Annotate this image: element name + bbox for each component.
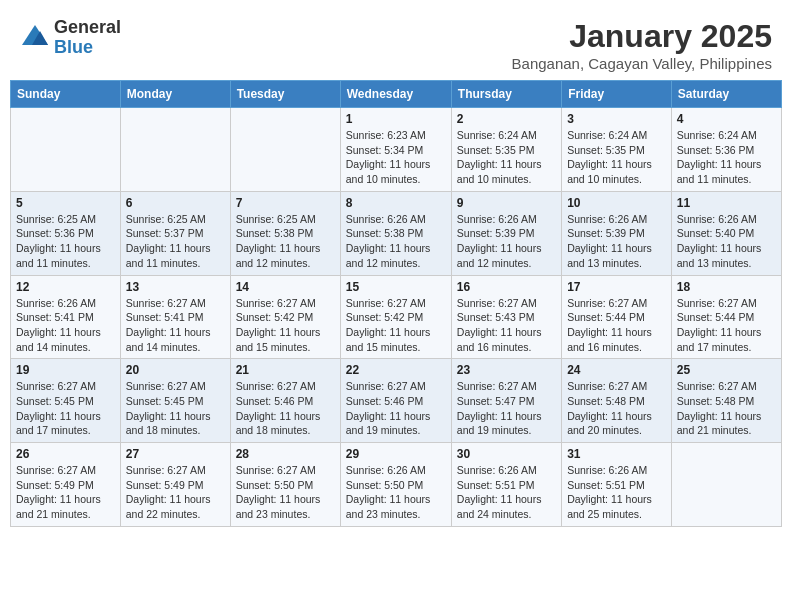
day-info: Sunrise: 6:27 AM Sunset: 5:41 PM Dayligh…: [126, 296, 225, 355]
calendar-cell: 2Sunrise: 6:24 AM Sunset: 5:35 PM Daylig…: [451, 108, 561, 192]
day-number: 3: [567, 112, 666, 126]
logo-blue-text: Blue: [54, 38, 121, 58]
day-number: 27: [126, 447, 225, 461]
day-number: 7: [236, 196, 335, 210]
day-number: 21: [236, 363, 335, 377]
page-header: General Blue January 2025 Banganan, Caga…: [10, 10, 782, 76]
day-info: Sunrise: 6:26 AM Sunset: 5:51 PM Dayligh…: [567, 463, 666, 522]
calendar-cell: 14Sunrise: 6:27 AM Sunset: 5:42 PM Dayli…: [230, 275, 340, 359]
day-number: 30: [457, 447, 556, 461]
day-number: 29: [346, 447, 446, 461]
day-info: Sunrise: 6:27 AM Sunset: 5:50 PM Dayligh…: [236, 463, 335, 522]
day-number: 12: [16, 280, 115, 294]
calendar-cell: 5Sunrise: 6:25 AM Sunset: 5:36 PM Daylig…: [11, 191, 121, 275]
day-number: 23: [457, 363, 556, 377]
day-number: 25: [677, 363, 776, 377]
calendar-cell: 11Sunrise: 6:26 AM Sunset: 5:40 PM Dayli…: [671, 191, 781, 275]
calendar-cell: [230, 108, 340, 192]
calendar-cell: [120, 108, 230, 192]
day-info: Sunrise: 6:26 AM Sunset: 5:39 PM Dayligh…: [567, 212, 666, 271]
day-info: Sunrise: 6:27 AM Sunset: 5:44 PM Dayligh…: [567, 296, 666, 355]
day-number: 26: [16, 447, 115, 461]
calendar-cell: 27Sunrise: 6:27 AM Sunset: 5:49 PM Dayli…: [120, 443, 230, 527]
calendar-table: SundayMondayTuesdayWednesdayThursdayFrid…: [10, 80, 782, 527]
day-info: Sunrise: 6:26 AM Sunset: 5:40 PM Dayligh…: [677, 212, 776, 271]
calendar-header-friday: Friday: [562, 81, 672, 108]
day-info: Sunrise: 6:27 AM Sunset: 5:49 PM Dayligh…: [16, 463, 115, 522]
calendar-cell: [11, 108, 121, 192]
calendar-header-saturday: Saturday: [671, 81, 781, 108]
day-number: 19: [16, 363, 115, 377]
day-info: Sunrise: 6:27 AM Sunset: 5:43 PM Dayligh…: [457, 296, 556, 355]
day-info: Sunrise: 6:26 AM Sunset: 5:51 PM Dayligh…: [457, 463, 556, 522]
calendar-header-tuesday: Tuesday: [230, 81, 340, 108]
calendar-cell: 10Sunrise: 6:26 AM Sunset: 5:39 PM Dayli…: [562, 191, 672, 275]
calendar-header-row: SundayMondayTuesdayWednesdayThursdayFrid…: [11, 81, 782, 108]
calendar-cell: 28Sunrise: 6:27 AM Sunset: 5:50 PM Dayli…: [230, 443, 340, 527]
calendar-week-row: 12Sunrise: 6:26 AM Sunset: 5:41 PM Dayli…: [11, 275, 782, 359]
day-number: 28: [236, 447, 335, 461]
title-block: January 2025 Banganan, Cagayan Valley, P…: [512, 18, 772, 72]
calendar-week-row: 26Sunrise: 6:27 AM Sunset: 5:49 PM Dayli…: [11, 443, 782, 527]
day-info: Sunrise: 6:26 AM Sunset: 5:50 PM Dayligh…: [346, 463, 446, 522]
day-number: 15: [346, 280, 446, 294]
calendar-cell: [671, 443, 781, 527]
day-info: Sunrise: 6:25 AM Sunset: 5:38 PM Dayligh…: [236, 212, 335, 271]
day-info: Sunrise: 6:27 AM Sunset: 5:45 PM Dayligh…: [126, 379, 225, 438]
day-number: 18: [677, 280, 776, 294]
calendar-cell: 9Sunrise: 6:26 AM Sunset: 5:39 PM Daylig…: [451, 191, 561, 275]
day-number: 16: [457, 280, 556, 294]
day-info: Sunrise: 6:23 AM Sunset: 5:34 PM Dayligh…: [346, 128, 446, 187]
day-info: Sunrise: 6:26 AM Sunset: 5:38 PM Dayligh…: [346, 212, 446, 271]
day-info: Sunrise: 6:27 AM Sunset: 5:48 PM Dayligh…: [677, 379, 776, 438]
calendar-cell: 25Sunrise: 6:27 AM Sunset: 5:48 PM Dayli…: [671, 359, 781, 443]
calendar-cell: 8Sunrise: 6:26 AM Sunset: 5:38 PM Daylig…: [340, 191, 451, 275]
calendar-cell: 18Sunrise: 6:27 AM Sunset: 5:44 PM Dayli…: [671, 275, 781, 359]
day-number: 9: [457, 196, 556, 210]
calendar-cell: 17Sunrise: 6:27 AM Sunset: 5:44 PM Dayli…: [562, 275, 672, 359]
day-number: 8: [346, 196, 446, 210]
calendar-cell: 7Sunrise: 6:25 AM Sunset: 5:38 PM Daylig…: [230, 191, 340, 275]
logo-text: General Blue: [54, 18, 121, 58]
day-number: 13: [126, 280, 225, 294]
day-number: 24: [567, 363, 666, 377]
day-info: Sunrise: 6:25 AM Sunset: 5:36 PM Dayligh…: [16, 212, 115, 271]
day-info: Sunrise: 6:25 AM Sunset: 5:37 PM Dayligh…: [126, 212, 225, 271]
day-info: Sunrise: 6:27 AM Sunset: 5:46 PM Dayligh…: [236, 379, 335, 438]
day-info: Sunrise: 6:27 AM Sunset: 5:48 PM Dayligh…: [567, 379, 666, 438]
day-info: Sunrise: 6:24 AM Sunset: 5:36 PM Dayligh…: [677, 128, 776, 187]
month-title: January 2025: [512, 18, 772, 55]
day-info: Sunrise: 6:26 AM Sunset: 5:39 PM Dayligh…: [457, 212, 556, 271]
calendar-week-row: 19Sunrise: 6:27 AM Sunset: 5:45 PM Dayli…: [11, 359, 782, 443]
day-info: Sunrise: 6:24 AM Sunset: 5:35 PM Dayligh…: [457, 128, 556, 187]
day-info: Sunrise: 6:27 AM Sunset: 5:49 PM Dayligh…: [126, 463, 225, 522]
day-number: 17: [567, 280, 666, 294]
calendar-cell: 22Sunrise: 6:27 AM Sunset: 5:46 PM Dayli…: [340, 359, 451, 443]
calendar-week-row: 1Sunrise: 6:23 AM Sunset: 5:34 PM Daylig…: [11, 108, 782, 192]
day-number: 2: [457, 112, 556, 126]
day-info: Sunrise: 6:24 AM Sunset: 5:35 PM Dayligh…: [567, 128, 666, 187]
day-number: 1: [346, 112, 446, 126]
day-number: 14: [236, 280, 335, 294]
calendar-cell: 6Sunrise: 6:25 AM Sunset: 5:37 PM Daylig…: [120, 191, 230, 275]
calendar-cell: 23Sunrise: 6:27 AM Sunset: 5:47 PM Dayli…: [451, 359, 561, 443]
day-info: Sunrise: 6:26 AM Sunset: 5:41 PM Dayligh…: [16, 296, 115, 355]
calendar-header-wednesday: Wednesday: [340, 81, 451, 108]
calendar-cell: 3Sunrise: 6:24 AM Sunset: 5:35 PM Daylig…: [562, 108, 672, 192]
logo-general-text: General: [54, 18, 121, 38]
calendar-cell: 30Sunrise: 6:26 AM Sunset: 5:51 PM Dayli…: [451, 443, 561, 527]
calendar-cell: 19Sunrise: 6:27 AM Sunset: 5:45 PM Dayli…: [11, 359, 121, 443]
calendar-week-row: 5Sunrise: 6:25 AM Sunset: 5:36 PM Daylig…: [11, 191, 782, 275]
day-number: 31: [567, 447, 666, 461]
calendar-cell: 20Sunrise: 6:27 AM Sunset: 5:45 PM Dayli…: [120, 359, 230, 443]
day-info: Sunrise: 6:27 AM Sunset: 5:42 PM Dayligh…: [346, 296, 446, 355]
calendar-header-monday: Monday: [120, 81, 230, 108]
location-subtitle: Banganan, Cagayan Valley, Philippines: [512, 55, 772, 72]
calendar-cell: 24Sunrise: 6:27 AM Sunset: 5:48 PM Dayli…: [562, 359, 672, 443]
day-number: 4: [677, 112, 776, 126]
day-number: 20: [126, 363, 225, 377]
day-info: Sunrise: 6:27 AM Sunset: 5:45 PM Dayligh…: [16, 379, 115, 438]
day-number: 22: [346, 363, 446, 377]
day-info: Sunrise: 6:27 AM Sunset: 5:44 PM Dayligh…: [677, 296, 776, 355]
day-number: 10: [567, 196, 666, 210]
